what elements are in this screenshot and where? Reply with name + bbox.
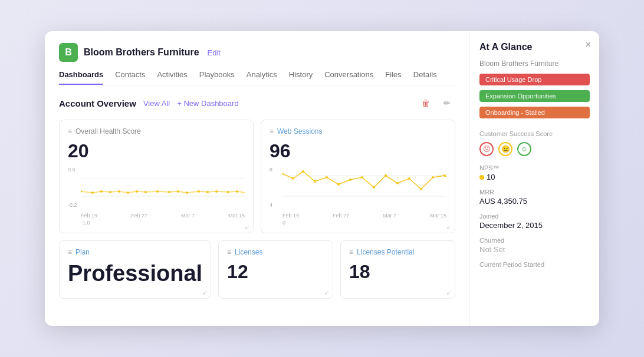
close-button[interactable]: × (586, 39, 591, 50)
mrr-label: MRR (479, 189, 590, 196)
svg-point-18 (236, 190, 238, 193)
health-score-widget: ≡ Overall Health Score 20 0.6 -0.2 (59, 120, 254, 233)
joined-field: Joined December 2, 2015 (479, 213, 590, 230)
web-sessions-chart-svg (282, 167, 446, 208)
tab-files[interactable]: Files (385, 70, 401, 85)
svg-point-37 (432, 176, 434, 178)
tab-dashboards[interactable]: Dashboards (59, 70, 103, 85)
mrr-field: MRR AUS 4,350.75 (479, 189, 590, 206)
health-score-title: Overall Health Score (75, 127, 141, 135)
licenses-menu-icon: ≡ (227, 248, 231, 256)
ws-resize-handle[interactable]: ↙ (446, 224, 451, 230)
view-all-link[interactable]: View All (143, 99, 170, 108)
svg-point-27 (314, 180, 316, 183)
licenses-potential-title: Licenses Potential (357, 248, 414, 256)
svg-point-12 (177, 190, 179, 193)
panel-company-name: Bloom Brothers Furniture (479, 60, 590, 68)
right-panel: × At A Glance Bloom Brothers Furniture C… (469, 31, 599, 326)
plan-resize-handle[interactable]: ↙ (202, 289, 207, 296)
svg-point-34 (396, 182, 399, 184)
svg-point-38 (443, 174, 446, 177)
health-score-menu-icon: ≡ (68, 127, 72, 135)
svg-point-4 (100, 190, 103, 193)
licenses-header: ≡ Licenses (227, 248, 324, 256)
tags-container: Critical Usage Drop Expansion Opportunit… (479, 74, 590, 122)
svg-point-7 (127, 191, 129, 194)
plan-widget: ≡ Plan Professional ↙ (59, 240, 211, 299)
svg-point-28 (326, 176, 328, 178)
tab-playbooks[interactable]: Playbooks (199, 70, 235, 85)
nav-tabs: Dashboards Contacts Activities Playbooks… (59, 70, 455, 85)
svg-point-9 (144, 191, 147, 193)
current-period-label: Current Period Started (479, 261, 590, 268)
joined-value: December 2, 2015 (479, 221, 590, 230)
svg-point-32 (373, 186, 375, 189)
sad-emoji[interactable]: ☹ (479, 142, 494, 156)
churned-field: Churned Not Set (479, 237, 590, 254)
pencil-icon[interactable]: ✏ (439, 95, 455, 111)
account-overview-title: Account Overview (59, 98, 136, 108)
header-actions: 🗑 ✏ (418, 95, 455, 111)
svg-point-10 (156, 190, 159, 193)
svg-point-15 (206, 191, 209, 193)
licenses-potential-header: ≡ Licenses Potential (349, 248, 446, 256)
joined-label: Joined (479, 213, 590, 220)
lp-menu-icon: ≡ (349, 248, 353, 256)
tag-critical-usage[interactable]: Critical Usage Drop (479, 74, 590, 85)
nps-dot (479, 175, 484, 180)
web-sessions-header: ≡ Web Sessions (270, 127, 446, 135)
ws-bottom-label: 0 (282, 220, 446, 226)
modal: B Bloom Brothers Furniture Edit Dashboar… (45, 31, 599, 326)
svg-point-17 (227, 191, 229, 193)
tab-analytics[interactable]: Analytics (247, 70, 277, 85)
licenses-potential-widget: ≡ Licenses Potential 18 ↙ (340, 240, 455, 299)
nps-label: NPS™ (479, 164, 590, 171)
tab-activities[interactable]: Activities (157, 70, 187, 85)
web-sessions-widget: ≡ Web Sessions 96 8 4 (261, 120, 455, 233)
bottom-widgets: ≡ Plan Professional ↙ ≡ Licenses 12 ↙ ≡ (59, 240, 455, 299)
licenses-title: Licenses (235, 248, 262, 256)
tag-expansion[interactable]: Expansion Opportunities (479, 90, 590, 102)
edit-link[interactable]: Edit (208, 48, 221, 57)
company-logo: B (59, 43, 78, 62)
trash-icon[interactable]: 🗑 (418, 95, 434, 111)
tab-conversations[interactable]: Conversations (324, 70, 373, 85)
tag-onboarding[interactable]: Onboarding - Stalled (479, 107, 590, 118)
licenses-widget: ≡ Licenses 12 ↙ (218, 240, 333, 299)
licenses-resize-handle[interactable]: ↙ (324, 289, 329, 296)
resize-handle[interactable]: ↙ (245, 224, 249, 230)
svg-point-14 (198, 190, 200, 193)
tab-contacts[interactable]: Contacts (115, 70, 145, 85)
company-name: Bloom Brothers Furniture (84, 47, 199, 58)
svg-point-26 (302, 170, 304, 173)
tab-details[interactable]: Details (413, 70, 437, 85)
emoji-rating: ☹ 😐 ☺ (479, 142, 590, 156)
main-content: B Bloom Brothers Furniture Edit Dashboar… (45, 31, 469, 326)
y-labels: 0.6 -0.2 (68, 167, 77, 208)
web-sessions-chart: 8 4 (270, 167, 446, 226)
health-score-value: 20 (68, 140, 245, 162)
svg-point-30 (349, 178, 351, 181)
svg-point-36 (420, 188, 422, 190)
svg-point-16 (215, 190, 218, 193)
panel-title: At A Glance (479, 42, 590, 52)
ws-y-labels: 8 4 (270, 167, 272, 208)
licenses-potential-value: 18 (349, 261, 446, 283)
health-score-chart-svg (81, 167, 245, 208)
nps-value: 10 (479, 173, 590, 181)
web-sessions-title: Web Sessions (277, 127, 322, 135)
lp-resize-handle[interactable]: ↙ (446, 289, 451, 296)
plan-title: Plan (75, 248, 90, 256)
neutral-emoji[interactable]: 😐 (498, 142, 512, 156)
happy-emoji[interactable]: ☺ (517, 142, 531, 156)
new-dashboard-button[interactable]: + New Dashboard (177, 99, 238, 108)
svg-point-3 (91, 191, 94, 194)
plan-value: Professional (68, 261, 202, 286)
modal-header: B Bloom Brothers Furniture Edit (59, 43, 455, 62)
web-sessions-menu-icon: ≡ (270, 127, 274, 135)
tab-history[interactable]: History (289, 70, 313, 85)
svg-point-2 (81, 190, 82, 193)
account-overview-header: Account Overview View All + New Dashboar… (59, 95, 455, 111)
svg-point-8 (136, 190, 138, 193)
css-label: Customer Success Score (479, 130, 590, 137)
